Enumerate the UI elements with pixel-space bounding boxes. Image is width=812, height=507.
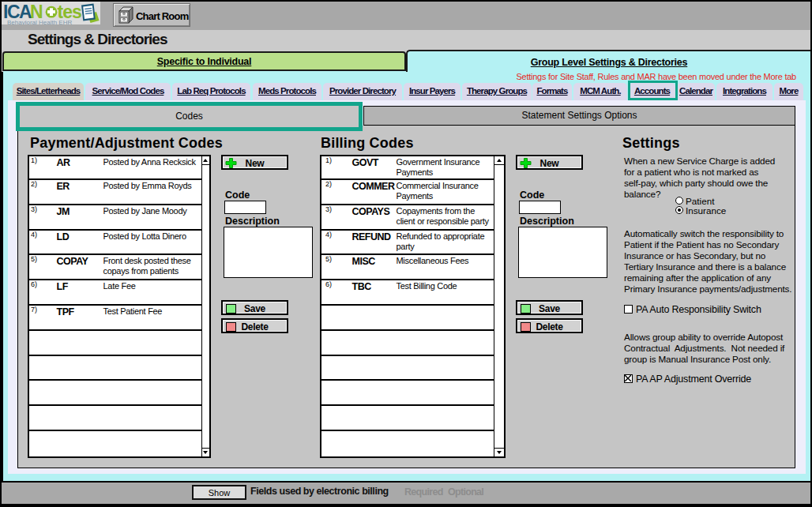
- svg-text:Behavioral Health EHR: Behavioral Health EHR: [7, 19, 72, 25]
